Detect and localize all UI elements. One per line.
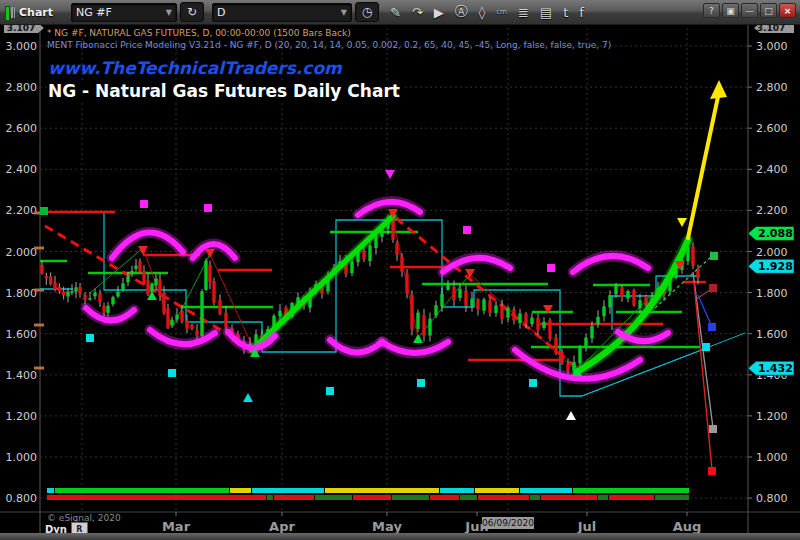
- symbol-info-line: * NG #F, NATURAL GAS FUTURES, D, 00:00-0…: [47, 28, 351, 38]
- svg-text:1.600: 1.600: [756, 328, 788, 341]
- drawing-toolbar: ✎↷▶Ⓐ◊cm≣▤tf: [379, 3, 584, 21]
- cm-label[interactable]: cm: [496, 8, 507, 16]
- svg-text:1.000: 1.000: [6, 451, 38, 464]
- svg-text:1.432: 1.432: [758, 362, 793, 375]
- svg-text:Mar: Mar: [162, 519, 191, 534]
- interval-value: D: [217, 6, 225, 19]
- window-bottom-edge: [0, 533, 800, 540]
- window-title: Chart: [19, 6, 53, 19]
- svg-text:1.928: 1.928: [758, 260, 793, 273]
- maximize-button[interactable]: □: [760, 3, 777, 18]
- svg-text:2.000: 2.000: [6, 246, 38, 259]
- svg-text:May: May: [372, 519, 402, 534]
- svg-text:2.600: 2.600: [756, 122, 788, 135]
- svg-text:1.800: 1.800: [6, 287, 38, 300]
- list-icon[interactable]: ≣: [518, 5, 529, 20]
- eraser-icon[interactable]: ◊: [479, 5, 485, 20]
- twitter-icon[interactable]: t: [563, 5, 568, 20]
- svg-text:06/09/2020: 06/09/2020: [482, 518, 534, 528]
- chevron-down-icon: ▼: [341, 8, 347, 17]
- chart-window: 3.0003.0002.8002.8002.6002.6002.4002.400…: [0, 0, 800, 540]
- svg-text:1.600: 1.600: [6, 328, 38, 341]
- play-icon[interactable]: ▶: [434, 5, 444, 20]
- svg-text:Aug: Aug: [673, 519, 702, 534]
- svg-text:2.200: 2.200: [756, 204, 788, 217]
- svg-text:2.400: 2.400: [6, 163, 38, 176]
- svg-text:2.800: 2.800: [756, 81, 788, 94]
- time-template-button[interactable]: ◷: [355, 2, 379, 22]
- pencil-icon[interactable]: ✎: [390, 5, 401, 20]
- annotate-icon[interactable]: Ⓐ: [455, 3, 468, 21]
- svg-text:2.400: 2.400: [756, 163, 788, 176]
- chat-icon[interactable]: ▤: [540, 5, 552, 20]
- close-button[interactable]: ×: [779, 3, 796, 18]
- svg-text:2.800: 2.800: [6, 81, 38, 94]
- chart-title: NG - Natural Gas Futures Daily Chart: [48, 81, 404, 102]
- help-button[interactable]: ?: [703, 3, 720, 18]
- svg-text:2.600: 2.600: [6, 122, 38, 135]
- chart-window-icon: [5, 6, 15, 19]
- minimize-button[interactable]: —: [741, 3, 758, 18]
- svg-text:Jul: Jul: [577, 519, 597, 534]
- interval-select[interactable]: D ▼: [212, 3, 352, 22]
- svg-text:3.000: 3.000: [756, 40, 788, 53]
- study-info-line: MENT Fibonacci Price Modeling V3.21d - N…: [47, 40, 611, 50]
- svg-text:1.800: 1.800: [756, 287, 788, 300]
- window-controls: ?▣—□×: [703, 3, 796, 18]
- redo-icon[interactable]: ↷: [412, 5, 423, 20]
- svg-text:1.000: 1.000: [756, 451, 788, 464]
- title-bar: Chart NG #F ▼ ↻ D ▼ ◷ ✎↷▶Ⓐ◊cm≣▤tf ?▣—□×: [0, 0, 800, 25]
- svg-text:3.000: 3.000: [6, 40, 38, 53]
- symbol-value: NG #F: [76, 6, 112, 19]
- svg-text:2.000: 2.000: [756, 246, 788, 259]
- svg-text:2.088: 2.088: [758, 227, 793, 240]
- svg-text:0.800: 0.800: [6, 492, 38, 505]
- svg-text:1.400: 1.400: [6, 369, 38, 382]
- facebook-icon[interactable]: f: [579, 5, 584, 20]
- svg-text:2.200: 2.200: [6, 204, 38, 217]
- website-watermark: www.TheTechnicalTraders.com: [48, 58, 342, 78]
- chevron-down-icon: ▼: [166, 8, 172, 17]
- restore-button[interactable]: ▣: [722, 3, 739, 18]
- svg-text:1.200: 1.200: [756, 410, 788, 423]
- refresh-button[interactable]: ↻: [180, 2, 204, 22]
- svg-text:Apr: Apr: [269, 519, 295, 534]
- svg-text:0.800: 0.800: [756, 492, 788, 505]
- svg-text:1.200: 1.200: [6, 410, 38, 423]
- symbol-input[interactable]: NG #F ▼: [71, 3, 177, 22]
